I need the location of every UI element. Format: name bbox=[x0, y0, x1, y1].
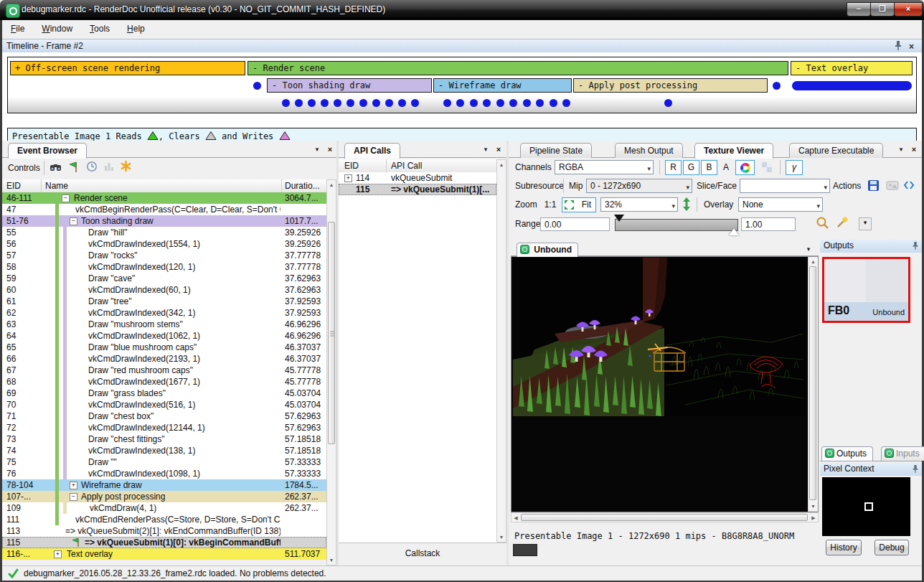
expander-plus-icon[interactable]: + bbox=[54, 550, 62, 558]
event-row[interactable]: 76vkCmdDrawIndexed(1098, 1)57.33333 bbox=[2, 468, 326, 479]
texture-hscrollbar[interactable]: ◀ ▶ bbox=[511, 512, 819, 522]
history-button[interactable]: History bbox=[826, 540, 862, 555]
timeline-draw-dot[interactable] bbox=[295, 99, 303, 107]
timeline-draw-dot[interactable] bbox=[282, 99, 290, 107]
overlay-combo[interactable]: None▾ bbox=[738, 197, 823, 212]
event-row[interactable]: 57Draw "rocks"37.77778 bbox=[2, 250, 326, 261]
timeline-marker-bar[interactable]: - Apply post processing bbox=[573, 78, 768, 93]
event-row[interactable]: 71Draw "chest box"57.62963 bbox=[2, 410, 326, 422]
bookmark-icon[interactable] bbox=[120, 160, 132, 174]
timeline-draw-dot[interactable] bbox=[321, 99, 329, 107]
event-row[interactable]: 63Draw "mushroom stems"46.96296 bbox=[2, 319, 326, 330]
close-icon[interactable]: × bbox=[494, 144, 504, 154]
menu-help[interactable]: Help bbox=[118, 20, 154, 37]
timeline-draw-dot[interactable] bbox=[308, 99, 316, 107]
timeline-draw-dot[interactable] bbox=[483, 99, 491, 107]
event-row[interactable]: 61Draw "tree"37.92593 bbox=[2, 296, 326, 307]
timeline-draw-dot[interactable] bbox=[372, 99, 380, 107]
api-call-row[interactable]: +114vkQueueSubmit bbox=[339, 172, 496, 184]
tab-api-calls[interactable]: API Calls bbox=[344, 143, 400, 159]
save-icon[interactable] bbox=[867, 179, 880, 194]
range-options-button[interactable]: ▾ bbox=[859, 217, 872, 230]
outputs-header[interactable]: Outputs bbox=[820, 240, 922, 253]
timeline-marker-bar[interactable]: - Wireframe draw bbox=[433, 78, 572, 93]
menu-file[interactable]: File bbox=[2, 20, 33, 37]
event-row[interactable]: 70vkCmdDrawIndexed(516, 1)45.03704 bbox=[2, 399, 326, 410]
event-row[interactable]: 56vkCmdDrawIndexed(1554, 1)39.25926 bbox=[2, 238, 326, 250]
chevron-down-icon[interactable]: ▾ bbox=[803, 244, 814, 254]
tab-mesh-output[interactable]: Mesh Output bbox=[615, 143, 683, 158]
output-thumbnail-fb0[interactable]: FB0 Unbound bbox=[822, 257, 910, 323]
timeline-draw-dot[interactable] bbox=[443, 99, 451, 107]
event-row[interactable]: 73Draw "chest fittings"57.18518 bbox=[2, 433, 326, 445]
debug-button[interactable]: Debug bbox=[874, 540, 909, 555]
timeline-draw-dot[interactable] bbox=[664, 99, 672, 107]
expander-plus-icon[interactable]: + bbox=[70, 482, 77, 489]
checker-backdrop-button[interactable] bbox=[758, 160, 776, 175]
channel-green-button[interactable]: G bbox=[683, 160, 699, 175]
title-bar[interactable]: debugmarker.rdc - RenderDoc Unofficial r… bbox=[0, 0, 924, 20]
event-row[interactable]: 58vkCmdDrawIndexed(120, 1)37.77778 bbox=[2, 261, 326, 273]
close-icon[interactable]: × bbox=[325, 144, 335, 154]
timeline-draw-dot[interactable] bbox=[773, 82, 781, 90]
event-browser-header[interactable]: EID Name Duratio... bbox=[2, 179, 326, 193]
timeline-draw-dot[interactable] bbox=[411, 99, 419, 107]
time-icon[interactable] bbox=[86, 161, 98, 174]
timeline-draw-dot[interactable] bbox=[536, 99, 544, 107]
channels-combo[interactable]: RGBA▾ bbox=[555, 160, 654, 174]
chevron-down-icon[interactable]: ▾ bbox=[312, 144, 322, 154]
texture-image[interactable] bbox=[513, 258, 806, 416]
tab-capture-executable[interactable]: Capture Executable bbox=[789, 143, 883, 158]
timeline-draw-dot[interactable] bbox=[385, 99, 393, 107]
api-calls-scrollbar[interactable]: ▲ ▼ bbox=[496, 159, 506, 543]
timeline-marker-bar[interactable]: + Off-screen scene rendering bbox=[10, 61, 245, 75]
channel-red-button[interactable]: R bbox=[665, 160, 682, 175]
timeline-draw-dot[interactable] bbox=[550, 99, 557, 107]
tab-event-browser[interactable]: Event Browser bbox=[8, 143, 87, 159]
timeline-draw-dot[interactable] bbox=[398, 99, 406, 107]
timeline-marker-bar[interactable]: - Toon shading draw bbox=[267, 78, 432, 93]
scrollbar-thumb[interactable] bbox=[328, 222, 335, 444]
auto-fit-wand-icon[interactable] bbox=[835, 216, 849, 232]
event-row[interactable]: 67Draw "red mushroom caps"45.77778 bbox=[2, 365, 326, 376]
pin-icon[interactable] bbox=[912, 240, 919, 254]
expander-minus-icon[interactable]: − bbox=[70, 493, 77, 501]
event-browser-scrollbar[interactable]: ▲ ▼ bbox=[326, 179, 336, 565]
stats-icon[interactable] bbox=[103, 161, 115, 174]
timeline-draw-dot[interactable] bbox=[456, 99, 464, 107]
api-calls-header[interactable]: EID API Call bbox=[339, 159, 496, 173]
maximize-button[interactable]: ❒ bbox=[870, 2, 895, 17]
api-call-row[interactable]: 115=> vkQueueSubmit(1)[... bbox=[339, 184, 496, 195]
flag-icon[interactable] bbox=[68, 161, 80, 175]
event-row[interactable]: 46-111−Render scene3064.7... bbox=[2, 192, 326, 204]
zoom-1-1-button[interactable]: 1:1 bbox=[540, 197, 560, 212]
range-slider[interactable] bbox=[615, 219, 738, 231]
range-max-field[interactable]: 1.00 bbox=[741, 217, 796, 231]
event-row[interactable]: 59Draw "cave"37.62963 bbox=[2, 273, 326, 284]
event-row[interactable]: 78-104+Wireframe draw1784.5... bbox=[2, 479, 326, 491]
timeline-marker-bar[interactable]: - Text overlay bbox=[791, 61, 913, 75]
tab-outputs[interactable]: Outputs bbox=[821, 446, 873, 461]
menu-window[interactable]: Window bbox=[33, 20, 81, 37]
timeline-draw-strip[interactable] bbox=[792, 81, 912, 90]
event-row[interactable]: 68vkCmdDrawIndexed(1677, 1)45.77778 bbox=[2, 376, 326, 388]
event-row[interactable]: 69Draw "grass blades"45.03704 bbox=[2, 388, 326, 399]
event-row[interactable]: 60vkCmdDrawIndexed(60, 1)37.62963 bbox=[2, 284, 326, 296]
timeline-draw-dot[interactable] bbox=[523, 99, 531, 107]
flip-vertical-icon[interactable] bbox=[682, 197, 691, 213]
chevron-down-icon[interactable]: ▾ bbox=[481, 144, 491, 154]
pixel-context-header[interactable]: Pixel Context bbox=[820, 463, 922, 476]
zoom-fit-button[interactable]: Fit bbox=[562, 197, 596, 212]
close-icon[interactable]: × bbox=[909, 144, 919, 154]
event-row[interactable]: 47vkCmdBeginRenderPass(C=Clear, D=Clear,… bbox=[2, 204, 326, 215]
event-row[interactable]: 72vkCmdDrawIndexed(12144, 1)57.62963 bbox=[2, 422, 326, 433]
slice-face-combo[interactable]: ▾ bbox=[740, 179, 830, 193]
event-row[interactable]: 66vkCmdDrawIndexed(2193, 1)46.37037 bbox=[2, 353, 326, 365]
gamma-button[interactable]: γ bbox=[786, 160, 803, 175]
find-icon[interactable] bbox=[50, 161, 62, 175]
event-row[interactable]: 116-...+Text overlay511.7037 bbox=[2, 548, 326, 560]
timeline-marker-bar[interactable]: - Render scene bbox=[248, 61, 788, 75]
event-row[interactable]: 113=> vkQueueSubmit(2)[1]: vkEndCommandB… bbox=[2, 525, 326, 537]
timeline-draw-dot[interactable] bbox=[470, 99, 478, 107]
tab-texture-viewer[interactable]: Texture Viewer bbox=[694, 143, 773, 159]
